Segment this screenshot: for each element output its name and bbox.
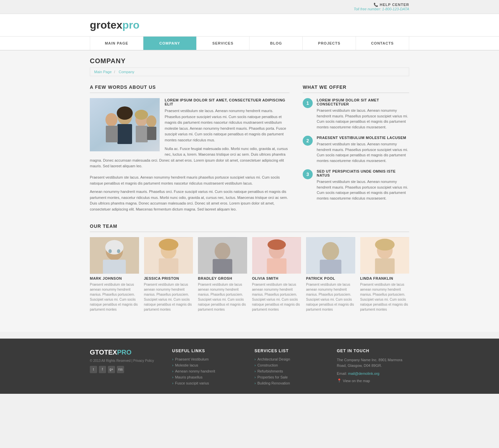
- team-name-3: BRADLEY GROSH: [198, 276, 247, 280]
- footer-useful-links-title: USEFUL LINKS: [172, 349, 245, 353]
- svg-point-9: [146, 115, 156, 127]
- about-section-title: A FEW WORDS ABOUT US: [90, 84, 289, 93]
- svg-point-19: [159, 238, 178, 250]
- svg-rect-10: [147, 127, 156, 140]
- offer-text-2: Praesent vestibulum ste lacus. Aenean no…: [317, 141, 409, 163]
- help-center-title: 📞 HELP CENTER: [354, 3, 409, 7]
- footer-service-5[interactable]: Building Renovation: [254, 381, 327, 385]
- team-text-6: Praesent vestibulum ste lacus aenean non…: [360, 282, 410, 312]
- svg-rect-23: [213, 259, 232, 273]
- about-content: LOREM IPSUM DOLOR SIT AMET, CONSECTETUER…: [90, 98, 289, 172]
- logo[interactable]: grotexpro: [90, 19, 139, 31]
- svg-rect-14: [103, 259, 126, 273]
- offer-title-2: PRAESENT VESTIBULUM MOLESTIE LACUSEM: [317, 136, 409, 140]
- team-photo-2: [144, 237, 193, 274]
- svg-point-33: [375, 238, 395, 250]
- breadcrumb: Main Page / Company: [90, 68, 409, 76]
- phone-icon: 📞: [374, 3, 379, 7]
- footer-logo-main: GTOTEX: [90, 349, 117, 356]
- map-pin-icon: 📍: [337, 378, 342, 383]
- svg-rect-34: [375, 258, 395, 273]
- footer-map-label: View on the map: [343, 379, 370, 383]
- offer-content-1: LOREM IPSUM DOLOR SIT AMET CONSECTETUER …: [317, 98, 409, 130]
- svg-point-13: [105, 240, 123, 254]
- team-name-1: MARK JOHNSON: [90, 276, 139, 280]
- team-photo-3: [198, 237, 247, 274]
- offer-text-3: Praesent vestibulum ste lacus. Aenean no…: [317, 179, 409, 201]
- nav-item-company[interactable]: COMPANY: [143, 37, 197, 50]
- footer-email-link[interactable]: mail@demolink.org: [348, 372, 379, 375]
- offer-item-1: 1 LOREM IPSUM DOLOR SIT AMET CONSECTETUE…: [303, 98, 409, 130]
- breadcrumb-home[interactable]: Main Page: [94, 70, 112, 74]
- footer-logo-accent: PRO: [117, 349, 131, 356]
- svg-rect-8: [136, 126, 148, 142]
- about-paragraph-3: Praesent vestibulum ste lacus. Aenean no…: [90, 175, 289, 186]
- svg-point-15: [108, 249, 112, 253]
- svg-rect-20: [159, 258, 178, 273]
- team-name-4: OLIVIA SMITH: [252, 276, 301, 280]
- help-center: 📞 HELP CENTER Toll free number: 1-800-12…: [354, 3, 409, 11]
- footer-link-3[interactable]: Aenean nonmy handrerit: [172, 369, 245, 373]
- team-name-6: LINDA FRANKLIN: [360, 276, 410, 280]
- team-photo-6: [360, 237, 410, 274]
- footer-contact-title: GET IN TOUCH: [337, 349, 410, 353]
- team-name-5: PATRICK POOL: [306, 276, 355, 280]
- footer-col-contact: GET IN TOUCH The Company Name Inc. 8901 …: [337, 349, 410, 387]
- svg-rect-27: [267, 258, 286, 273]
- nav-item-contacts[interactable]: CONTACTS: [356, 37, 409, 50]
- footer-service-1[interactable]: Architectural Design: [254, 357, 327, 361]
- footer-service-3[interactable]: Refurbishments: [254, 369, 327, 373]
- footer-link-4[interactable]: Mauris phasellus: [172, 375, 245, 379]
- team-text-1: Praesent vestibulum ste lacus aenean non…: [90, 282, 139, 312]
- footer-link-5[interactable]: Fusce suscipit varius: [172, 381, 245, 385]
- social-rss-icon[interactable]: rss: [117, 366, 124, 373]
- page-title: COMPANY: [90, 57, 409, 65]
- about-section: A FEW WORDS ABOUT US: [90, 84, 289, 215]
- top-bar: 📞 HELP CENTER Toll free number: 1-800-12…: [0, 0, 499, 14]
- about-image: [90, 98, 160, 151]
- offer-title-3: SED UT PERSPICIATIS UNDE OMNIS ISTE NATU…: [317, 169, 409, 177]
- team-photo-4: [252, 237, 301, 274]
- team-section: OUR TEAM MARK JOHNSON Pra: [90, 224, 409, 312]
- offer-section: WHAT WE OFFER 1 LOREM IPSUM DOLOR SIT AM…: [303, 84, 409, 215]
- team-grid: MARK JOHNSON Praesent vestibulum ste lac…: [90, 237, 409, 312]
- svg-point-4: [105, 113, 117, 126]
- footer-address: The Company Name Inc. 8901 Marmora Road,…: [337, 357, 410, 369]
- team-name-2: JESSICA PRISTON: [144, 276, 193, 280]
- team-text-5: Praesent vestibulum ste lacus aenean non…: [306, 282, 355, 312]
- offer-item-3: 3 SED UT PERSPICIATIS UNDE OMNIS ISTE NA…: [303, 169, 409, 201]
- svg-point-26: [267, 239, 286, 249]
- footer-link-2[interactable]: Molestie lacus: [172, 363, 245, 367]
- footer-service-2[interactable]: Construction: [254, 363, 327, 367]
- team-member-3: BRADLEY GROSH Praesent vestibulum ste la…: [198, 237, 247, 312]
- logo-main: grotex: [90, 19, 122, 31]
- footer-service-4[interactable]: Properties for Sale: [254, 375, 327, 379]
- footer-logo[interactable]: GTOTEXPRO: [90, 349, 162, 356]
- offer-number-1: 1: [303, 98, 313, 108]
- offer-number-2: 2: [303, 136, 313, 146]
- footer-col-logo: GTOTEXPRO © 2013 All Rights Reserved | P…: [90, 349, 162, 387]
- footer: GTOTEXPRO © 2013 All Rights Reserved | P…: [0, 339, 499, 394]
- about-paragraph-4: Aenean nonummy handrerit mauris. Phasell…: [90, 189, 289, 212]
- footer-copyright: © 2013 All Rights Reserved | Privacy Pol…: [90, 359, 162, 363]
- offer-title-1: LOREM IPSUM DOLOR SIT AMET CONSECTETUER: [317, 98, 409, 106]
- social-googleplus-icon[interactable]: g+: [108, 366, 115, 373]
- footer-map-link[interactable]: 📍 View on the map: [337, 378, 410, 383]
- nav-item-projects[interactable]: PROJECTS: [303, 37, 356, 50]
- team-text-2: Praesent vestibulum ste lacus aenean non…: [144, 282, 193, 312]
- team-member-1: MARK JOHNSON Praesent vestibulum ste lac…: [90, 237, 139, 312]
- footer-services-title: SERVICES LIST: [254, 349, 327, 353]
- social-twitter-icon[interactable]: t: [90, 366, 97, 373]
- team-photo-1: [90, 237, 139, 274]
- footer-link-1[interactable]: Praesent Vestibulum: [172, 357, 245, 361]
- offer-item-2: 2 PRAESENT VESTIBULUM MOLESTIE LACUSEM P…: [303, 136, 409, 163]
- svg-point-16: [117, 249, 120, 253]
- social-facebook-icon[interactable]: f: [99, 366, 106, 373]
- nav-item-services[interactable]: SERVICES: [197, 37, 250, 50]
- footer-col-services: SERVICES LIST Architectural Design Const…: [254, 349, 327, 387]
- footer-email-label: Email:: [337, 372, 347, 375]
- nav-item-blog[interactable]: BLOG: [250, 37, 303, 50]
- phone-number: Toll free number: 1-800-123-DATA: [354, 7, 409, 11]
- nav-item-main-page[interactable]: MAIN PAGE: [90, 37, 143, 50]
- team-member-2: JESSICA PRISTON Praesent vestibulum ste …: [144, 237, 193, 312]
